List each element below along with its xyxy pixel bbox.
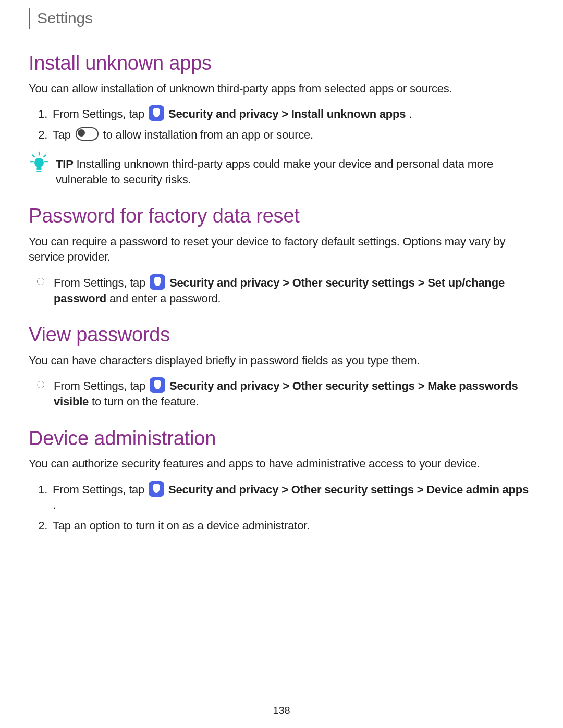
toggle-off-icon [76,127,99,141]
text: to allow installation from an app or sou… [103,128,313,141]
section-desc: You can authorize security features and … [29,456,534,472]
list-item: Tap to allow installation from an app or… [51,127,534,143]
svg-point-5 [34,158,44,167]
shield-icon [150,274,165,290]
section-heading-device-admin: Device administration [29,425,534,452]
shield-icon [149,105,164,121]
separator: > [283,276,292,289]
tip-callout: TIP Installing unknown third-party apps … [29,151,534,187]
text: to turn on the feature. [92,395,199,408]
section-heading-view-passwords: View passwords [29,322,534,348]
text: From Settings, tap [53,483,148,496]
bullet-list: From Settings, tap Security and privacy … [34,274,534,306]
bold-text: Other security settings [291,483,414,496]
separator: > [283,379,292,392]
separator: > [282,483,291,496]
section-desc: You can require a password to reset your… [29,234,534,265]
steps-list: From Settings, tap Security and privacy … [34,105,534,142]
text: From Settings, tap [53,107,148,120]
svg-line-1 [32,155,34,157]
separator: > [417,483,427,496]
section-heading-install-unknown: Install unknown apps [29,50,534,77]
section-desc: You can have characters displayed briefl… [29,353,534,368]
separator: > [282,107,291,120]
bold-text: Device admin apps [426,483,529,496]
text: Tap [53,128,74,141]
text: From Settings, tap [54,379,149,392]
section-heading-factory-reset: Password for factory data reset [29,203,534,229]
list-item: From Settings, tap Security and privacy … [51,105,534,122]
text: . [409,107,412,120]
bold-text: Security and privacy [169,379,279,392]
svg-line-2 [44,155,46,157]
svg-rect-6 [36,167,41,170]
list-item: From Settings, tap Security and privacy … [52,274,534,306]
section-desc: You can allow installation of unknown th… [29,81,534,96]
text: From Settings, tap [54,276,149,289]
bold-text: Install unknown apps [291,107,406,120]
shield-icon [149,481,164,497]
text: and enter a password. [109,292,221,305]
shield-icon [150,377,165,393]
list-item: From Settings, tap Security and privacy … [52,377,534,409]
bold-text: Security and privacy [168,483,278,496]
tip-body: TIP Installing unknown third-party apps … [56,151,534,187]
tip-label: TIP [56,157,74,170]
bold-text: Security and privacy [168,107,278,120]
separator: > [418,276,428,289]
bold-text: Other security settings [292,379,415,392]
list-item: Tap an option to turn it on as a device … [51,518,534,534]
bullet-list: From Settings, tap Security and privacy … [34,377,534,409]
lightbulb-icon [29,151,50,174]
page-number: 138 [0,704,563,718]
separator: > [418,379,428,392]
page-root: Settings Install unknown apps You can al… [0,0,563,728]
bold-text: Security and privacy [169,276,279,289]
list-item: From Settings, tap Security and privacy … [51,481,534,513]
bold-text: Other security settings [292,276,415,289]
header-title: Settings [29,8,534,29]
steps-list: From Settings, tap Security and privacy … [34,481,534,534]
text: . [53,498,56,511]
tip-text: Installing unknown third-party apps coul… [56,157,493,186]
